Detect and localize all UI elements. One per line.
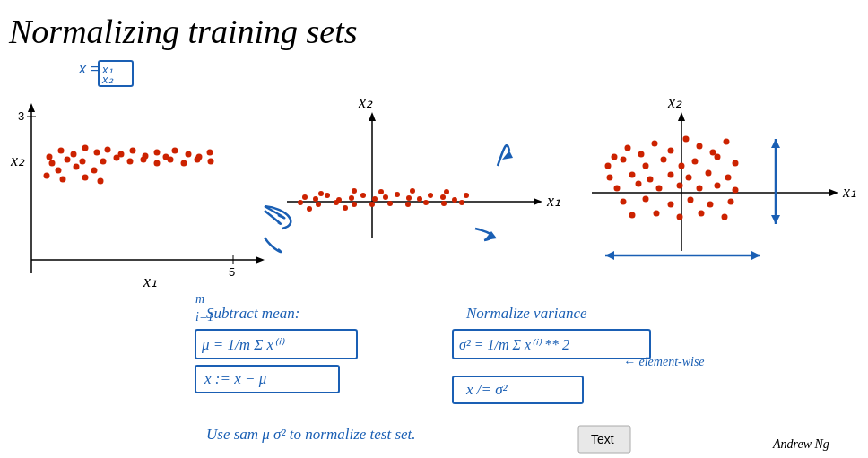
s2p14 — [452, 197, 457, 203]
s1p33 — [82, 175, 89, 181]
x-update-formula: x := x − μ — [204, 370, 266, 387]
s3p19 — [629, 172, 636, 178]
s3p7 — [697, 143, 703, 150]
s1p28 — [56, 168, 62, 174]
s3p35 — [688, 197, 694, 203]
s1p8 — [130, 148, 136, 154]
s2p29 — [410, 188, 415, 194]
graph2-x-label: x₁ — [546, 192, 560, 210]
s1p19 — [100, 159, 107, 165]
s3p5 — [668, 148, 674, 154]
s3p18 — [607, 175, 613, 181]
s2p32 — [343, 205, 348, 211]
use-same-text: Use sam μ σ² to normalize test set. — [206, 426, 416, 443]
sigma-formula: σ² = 1/m Σ x⁽ⁱ⁾ ** 2 — [459, 337, 569, 352]
s1p18 — [80, 159, 86, 165]
s3p42 — [722, 214, 728, 220]
s3p6 — [683, 136, 690, 143]
s1p6 — [105, 147, 111, 153]
graph3-x-label: x₁ — [842, 183, 856, 201]
s2p19 — [352, 202, 357, 207]
s3p22 — [686, 175, 692, 181]
s1p10 — [154, 150, 161, 156]
graph1-x-label: x₁ — [143, 272, 157, 290]
arrow-down-3 — [771, 215, 780, 224]
s2p10 — [406, 195, 412, 201]
s1p20 — [114, 155, 120, 161]
graph3-yaxis-arrow — [678, 112, 685, 121]
s3p27 — [656, 186, 663, 192]
s2p21 — [387, 201, 393, 206]
s3p26 — [636, 181, 642, 187]
s3p31 — [733, 187, 739, 194]
s1p12 — [172, 148, 178, 154]
s3p25 — [614, 186, 621, 192]
s3p8 — [710, 150, 716, 156]
s1p32 — [60, 177, 66, 183]
mu-i-label: m — [195, 292, 204, 306]
arrow-left-3 — [605, 251, 614, 260]
s1p27 — [208, 159, 214, 165]
s1p34 — [98, 178, 104, 185]
s3p10 — [605, 163, 612, 169]
s2p11 — [417, 196, 422, 202]
s3p14 — [679, 163, 685, 169]
s2p26 — [318, 191, 324, 196]
x2-in-box: x₂ — [101, 73, 114, 86]
mu-sigma-label: i=1 — [195, 310, 213, 324]
s3p34 — [668, 202, 674, 208]
arrow-right-3 — [751, 251, 760, 260]
x-vector-label: x = — [78, 61, 99, 76]
s3p21 — [668, 172, 674, 178]
graph1-xaxis-arrow — [256, 256, 265, 264]
s3p4 — [652, 141, 658, 147]
graph3-xaxis-arrow — [829, 189, 838, 196]
s3p15 — [692, 159, 699, 165]
connecting-arrow — [265, 238, 281, 252]
s1p29 — [74, 164, 80, 170]
normalize-variance-label: Normalize variance — [465, 305, 587, 322]
s2p23 — [423, 200, 429, 205]
s3p20 — [647, 177, 654, 183]
s2p5 — [349, 195, 354, 201]
s2p8 — [383, 194, 388, 200]
s3p39 — [654, 211, 660, 217]
graph1-ynum: 3 — [18, 109, 24, 123]
x-normalize-formula: x /= σ² — [465, 381, 508, 398]
s3p3 — [638, 151, 645, 158]
s3p12 — [643, 163, 649, 169]
graph1-yaxis-arrow — [28, 103, 35, 112]
s2p20 — [369, 202, 375, 207]
page-title: Normalizing training sets — [8, 13, 358, 50]
s2p1 — [302, 194, 308, 200]
s3p23 — [706, 170, 712, 177]
s2p3 — [325, 193, 330, 198]
elementwise-label: ← element-wise — [623, 355, 705, 368]
s2p7 — [372, 196, 378, 202]
graph2-y-label: x₂ — [358, 93, 373, 111]
mu-formula: μ = 1/m Σ x⁽ⁱ⁾ — [201, 336, 285, 353]
s1p16 — [49, 160, 56, 167]
s2p22 — [405, 202, 411, 207]
s3p11 — [621, 157, 627, 163]
s2p25 — [459, 200, 464, 205]
main-content: Normalizing training sets x = x₁ x₂ x₂ x… — [0, 0, 868, 458]
text-button-label[interactable]: Text — [591, 432, 614, 446]
s3p9 — [724, 139, 730, 145]
s3p13 — [661, 157, 667, 163]
s1p17 — [65, 157, 71, 163]
s2p24 — [441, 201, 447, 206]
s2p2 — [313, 196, 318, 202]
author-text: Andrew Ng — [772, 437, 829, 451]
s1p1 — [47, 154, 53, 160]
s2p27 — [352, 188, 357, 194]
s1p4 — [82, 145, 89, 151]
s1p31 — [44, 173, 50, 179]
s2p18 — [334, 200, 339, 205]
s3p17 — [733, 160, 739, 167]
s2p12 — [428, 193, 433, 198]
graph2-xaxis-arrow — [534, 198, 542, 205]
s1p13 — [186, 151, 192, 158]
arrow-up-3 — [771, 139, 780, 148]
s3p29 — [697, 186, 703, 192]
